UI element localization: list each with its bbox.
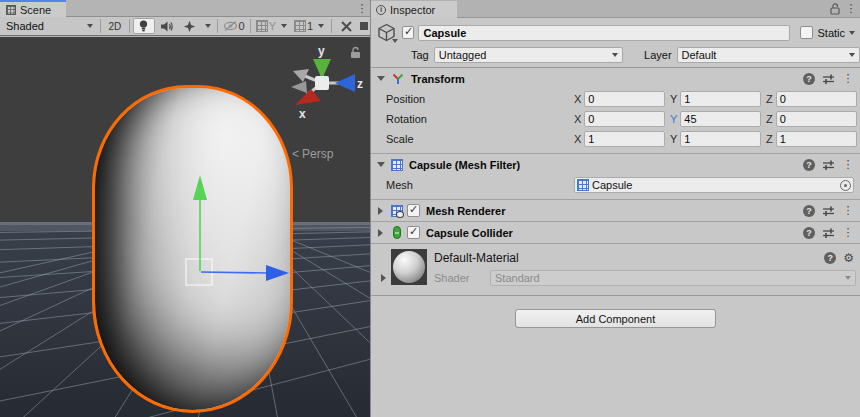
transform-title: Transform bbox=[411, 73, 799, 85]
static-label: Static bbox=[817, 27, 845, 39]
scene-viewport[interactable]: y z x < Persp bbox=[0, 37, 370, 417]
material-sphere-icon bbox=[393, 251, 425, 283]
presets-icon[interactable] bbox=[822, 227, 835, 239]
material-foldout-icon[interactable] bbox=[381, 274, 386, 282]
mesh-renderer-component: Mesh Renderer bbox=[371, 200, 860, 222]
y-axis-arrowhead[interactable] bbox=[193, 175, 207, 200]
scene-tabbar: Scene bbox=[0, 0, 370, 17]
shader-dropdown[interactable]: Standard bbox=[490, 270, 856, 286]
scene-effects-button[interactable] bbox=[179, 18, 201, 34]
foldout-open-icon[interactable] bbox=[377, 76, 385, 81]
toolbar-overflow-button[interactable] bbox=[358, 18, 368, 34]
component-menu-icon[interactable] bbox=[842, 158, 854, 171]
capsule-collider-component: Capsule Collider bbox=[371, 222, 860, 244]
scale-y-field[interactable]: 1 bbox=[680, 131, 761, 147]
object-picker-icon[interactable] bbox=[840, 180, 851, 191]
tag-dropdown[interactable]: Untagged bbox=[434, 47, 623, 63]
grid-axis-toggle[interactable]: Y bbox=[254, 18, 278, 34]
component-menu-icon[interactable] bbox=[842, 204, 854, 217]
presets-icon[interactable] bbox=[822, 73, 835, 85]
mesh-renderer-title: Mesh Renderer bbox=[426, 205, 799, 217]
static-checkbox[interactable] bbox=[800, 26, 813, 39]
foldout-closed-icon[interactable] bbox=[378, 229, 383, 237]
presets-icon[interactable] bbox=[822, 159, 835, 171]
mesh-icon bbox=[577, 179, 589, 191]
add-component-button[interactable]: Add Component bbox=[515, 309, 716, 328]
help-icon[interactable] bbox=[803, 73, 815, 85]
z-axis-cone[interactable] bbox=[335, 74, 355, 92]
transform-component: Transform Position X0 Y1 bbox=[371, 68, 860, 154]
toggle-2d-button[interactable]: 2D bbox=[104, 18, 126, 34]
gameobject-icon-button[interactable] bbox=[377, 23, 398, 43]
help-icon[interactable] bbox=[803, 227, 815, 239]
toolbar-separator bbox=[250, 19, 251, 33]
inspector-lock-icon[interactable] bbox=[830, 2, 840, 15]
draw-mode-dropdown[interactable]: Shaded bbox=[2, 18, 97, 34]
help-icon[interactable] bbox=[803, 159, 815, 171]
scene-tools-button[interactable] bbox=[335, 18, 357, 34]
tab-scene[interactable]: Scene bbox=[0, 0, 66, 17]
gameobject-name-field[interactable]: Capsule bbox=[418, 25, 790, 41]
static-toggle[interactable]: Static bbox=[800, 26, 855, 39]
x-axis-cone[interactable] bbox=[295, 89, 321, 105]
mesh-object-field[interactable]: Capsule bbox=[574, 177, 854, 193]
effects-dropdown-icon[interactable] bbox=[205, 24, 211, 28]
gear-icon[interactable] bbox=[843, 251, 854, 265]
mesh-filter-title: Capsule (Mesh Filter) bbox=[409, 159, 799, 171]
mesh-value: Capsule bbox=[592, 179, 632, 191]
chevron-down-icon bbox=[612, 53, 618, 57]
hidden-objects-toggle[interactable]: 0 bbox=[221, 18, 247, 34]
tab-inspector[interactable]: Inspector bbox=[371, 1, 457, 18]
gizmo-center-cube[interactable] bbox=[315, 76, 329, 90]
shader-label: Shader bbox=[434, 272, 490, 284]
projection-toggle[interactable]: < Persp bbox=[292, 147, 333, 161]
position-x-field[interactable]: 0 bbox=[584, 91, 665, 107]
scale-z-field[interactable]: 1 bbox=[776, 131, 857, 147]
scale-row: Scale X1 Y1 Z1 bbox=[371, 129, 860, 149]
scene-pane-menu-icon[interactable] bbox=[356, 2, 368, 15]
position-z-field[interactable]: 0 bbox=[776, 91, 857, 107]
z-axis-handle[interactable] bbox=[201, 272, 267, 273]
z-axis-arrowhead[interactable] bbox=[266, 265, 289, 281]
mesh-filter-icon bbox=[391, 159, 403, 171]
help-icon[interactable] bbox=[803, 205, 815, 217]
scale-x-field[interactable]: 1 bbox=[584, 131, 665, 147]
active-checkbox[interactable] bbox=[402, 26, 415, 39]
grid-axis-label: Y bbox=[269, 20, 276, 32]
component-menu-icon[interactable] bbox=[842, 72, 854, 85]
camera-icon bbox=[358, 20, 368, 32]
scene-audio-button[interactable] bbox=[156, 18, 178, 34]
rotation-z-field[interactable]: 0 bbox=[776, 111, 857, 127]
presets-icon[interactable] bbox=[822, 205, 835, 217]
scene-lighting-button[interactable] bbox=[133, 18, 155, 34]
foldout-open-icon[interactable] bbox=[377, 162, 385, 167]
grid-settings-dropdown-icon[interactable] bbox=[281, 24, 287, 28]
rotation-x-field[interactable]: 0 bbox=[584, 111, 665, 127]
help-icon[interactable] bbox=[824, 252, 836, 264]
inspector-menu-icon[interactable] bbox=[845, 2, 857, 15]
scene-toolbar: Shaded 2D bbox=[0, 17, 370, 36]
component-menu-icon[interactable] bbox=[842, 226, 854, 239]
scale-label: Scale bbox=[386, 133, 574, 145]
lock-icon[interactable] bbox=[350, 46, 361, 59]
grid-snap-dropdown-icon[interactable] bbox=[318, 24, 324, 28]
axis-y-label: Y bbox=[670, 93, 677, 105]
toolbar-separator bbox=[100, 19, 101, 33]
foldout-closed-icon[interactable] bbox=[378, 207, 383, 215]
grid-snap-control[interactable]: 1 bbox=[292, 18, 315, 34]
negative-axis-cone[interactable] bbox=[291, 81, 307, 93]
eye-slash-icon bbox=[223, 20, 238, 32]
toolbar-separator bbox=[129, 19, 130, 33]
material-preview[interactable] bbox=[391, 249, 427, 285]
axis-z-label: Z bbox=[766, 133, 773, 145]
inspector-tab-label: Inspector bbox=[390, 4, 435, 16]
rotation-y-field[interactable]: 45 bbox=[680, 111, 761, 127]
layer-dropdown[interactable]: Default bbox=[677, 47, 860, 63]
position-y-field[interactable]: 1 bbox=[680, 91, 761, 107]
mesh-renderer-enabled-checkbox[interactable] bbox=[407, 204, 420, 217]
collider-enabled-checkbox[interactable] bbox=[407, 226, 420, 239]
static-dropdown-icon[interactable] bbox=[849, 31, 855, 35]
chevron-down-icon bbox=[849, 53, 855, 57]
toolbar-separator bbox=[217, 19, 218, 33]
grid-icon bbox=[256, 20, 268, 32]
